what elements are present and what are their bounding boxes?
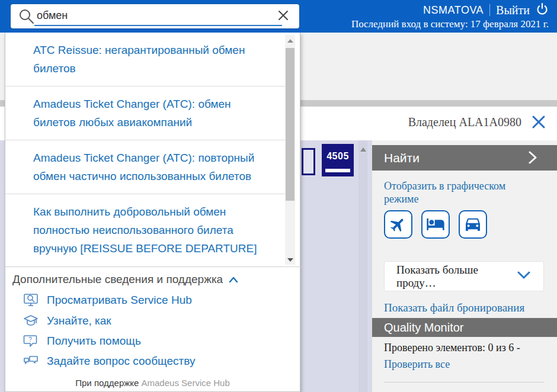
workspace-office-tab[interactable]: 4505 <box>322 144 354 176</box>
community-link[interactable]: Задайте вопрос сообществу <box>12 355 295 368</box>
search-underline <box>34 25 282 26</box>
graduation-cap-icon <box>23 314 39 327</box>
get-help-label: Получить помощь <box>47 335 141 348</box>
learn-how-link[interactable]: Узнайте, как <box>12 314 295 327</box>
community-bubbles-icon <box>23 355 39 368</box>
search-box[interactable] <box>11 4 299 28</box>
service-hub-label: Просматривать Service Hub <box>47 294 192 307</box>
dropdown-footer: При поддержке Amadeus Service Hub <box>5 378 300 388</box>
support-section-header[interactable]: Дополнительные сведения и поддержка <box>12 273 295 286</box>
find-panel: Найти Отобразить в графическом режиме <box>372 140 557 392</box>
quality-monitor-status: Проверено элементов: 0 из 6 - <box>384 342 520 354</box>
more-products-label: Показать больше проду… <box>396 264 517 290</box>
suggestion-item[interactable]: ATC Reissue: негарантированный обмен бил… <box>5 33 290 86</box>
search-suggestions-dropdown: ATC Reissue: негарантированный обмен бил… <box>5 33 300 392</box>
graphic-mode-label: Отобразить в графическом режиме <box>384 179 520 205</box>
suggestion-list: ATC Reissue: негарантированный обмен бил… <box>5 33 290 266</box>
community-label: Задайте вопрос сообществу <box>47 355 195 368</box>
car-icon <box>463 214 482 235</box>
find-panel-title: Найти <box>384 151 420 165</box>
owner-label: Владелец ALA1A0980 <box>408 115 521 129</box>
quality-monitor-title: Quality Monitor <box>384 321 464 335</box>
suggestions-scrollbar[interactable] <box>285 35 295 265</box>
scroll-up-arrow-icon[interactable] <box>360 147 366 152</box>
chevron-up-icon <box>229 273 238 286</box>
suggestion-item[interactable]: Amadeus Ticket Changer (ATC): обмен биле… <box>5 86 290 140</box>
service-hub-brand: Amadeus Service Hub <box>142 378 230 388</box>
air-product-button[interactable] <box>384 210 412 239</box>
chevron-down-icon <box>517 271 530 282</box>
amadeus-app-window: 4505 Владелец ALA1A0980 Найти Отобразить… <box>0 0 557 392</box>
support-header-label: Дополнительные сведения и поддержка <box>12 273 223 286</box>
find-panel-header[interactable]: Найти <box>372 145 557 171</box>
power-icon[interactable] <box>536 2 549 18</box>
support-section: Дополнительные сведения и поддержка Прос… <box>5 266 301 368</box>
suggestion-item[interactable]: Как выполнить добровольный обмен полност… <box>5 194 290 266</box>
quality-monitor-divider <box>384 382 544 383</box>
svg-text:?: ? <box>28 336 32 343</box>
search-input[interactable] <box>37 7 280 24</box>
powered-by-label: При поддержке <box>75 378 139 388</box>
scroll-up-arrow-icon[interactable] <box>287 39 293 43</box>
close-icon[interactable] <box>531 114 546 130</box>
top-bar: NSMATOVA Выйти Последний вход в систему:… <box>0 0 557 33</box>
scrollbar-thumb[interactable] <box>286 48 294 201</box>
check-all-link[interactable]: Проверить все <box>384 358 450 371</box>
get-help-link[interactable]: ? Получить помощь <box>12 335 295 348</box>
suggestion-item[interactable]: Amadeus Ticket Changer (ATC): повторный … <box>5 140 290 194</box>
session-info: NSMATOVA Выйти Последний вход в систему:… <box>351 2 549 30</box>
service-hub-link[interactable]: Просматривать Service Hub <box>12 293 295 307</box>
bed-icon <box>426 214 445 235</box>
car-product-button[interactable] <box>459 210 487 239</box>
search-icon <box>18 8 35 27</box>
chevron-right-icon[interactable] <box>529 151 537 167</box>
office-tab-number: 4505 <box>322 151 354 162</box>
learn-how-label: Узнайте, как <box>47 314 111 327</box>
service-hub-icon <box>23 293 39 307</box>
quality-monitor-header[interactable]: Quality Monitor <box>372 318 557 337</box>
last-login-label: Последний вход в систему: 17 февраля 202… <box>351 18 549 30</box>
hotel-product-button[interactable] <box>421 210 450 239</box>
help-bubble-icon: ? <box>23 335 39 348</box>
workspace-scrollbar[interactable] <box>358 140 367 392</box>
office-tab-underline <box>325 169 350 172</box>
username-label: NSMATOVA <box>423 4 484 17</box>
clear-search-icon[interactable] <box>277 9 290 23</box>
logout-button[interactable]: Выйти <box>496 4 530 17</box>
airplane-icon <box>389 215 407 234</box>
product-buttons-row <box>384 210 487 239</box>
more-products-dropdown[interactable]: Показать больше проду… <box>384 261 544 291</box>
header-divider <box>489 4 490 16</box>
scroll-down-arrow-icon[interactable] <box>287 258 293 262</box>
workspace-outline-tab[interactable] <box>302 148 315 175</box>
show-pnr-link[interactable]: Показать файл бронирования <box>384 301 524 314</box>
owner-bar: Владелец ALA1A0980 <box>408 114 546 130</box>
